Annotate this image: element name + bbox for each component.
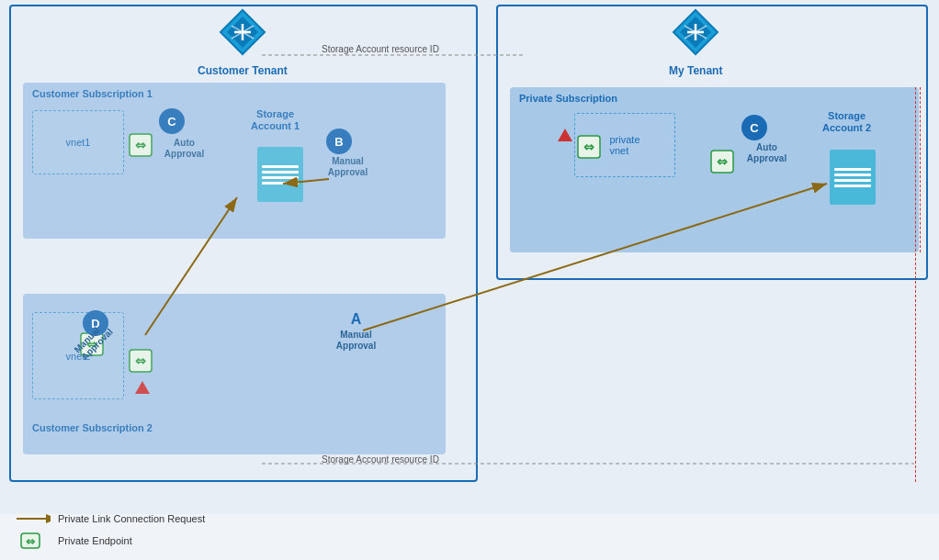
vnet2-box: vnet2 <box>32 312 124 399</box>
svg-text:⇔: ⇔ <box>26 535 35 548</box>
manual-approval-a-label: A ManualApproval <box>331 310 381 352</box>
customer-tenant-label: Customer Tenant <box>198 64 288 77</box>
private-pending-marker <box>558 129 572 145</box>
my-tenant-label: My Tenant <box>669 64 722 77</box>
legend-pe: ⇔ Private Endpoint <box>14 532 205 550</box>
vnet1-label: vnet1 <box>66 137 91 148</box>
legend-pe-label: Private Endpoint <box>58 535 132 546</box>
legend-link-label: Private Link Connection Request <box>58 513 205 524</box>
storage-account1-box <box>257 147 303 202</box>
resource-id-bottom-label: Storage Account resource ID <box>322 454 439 465</box>
svg-text:⇔: ⇔ <box>135 353 146 368</box>
my-tenant-diamond-icon <box>671 7 720 57</box>
storage-account1-title: StorageAccount 1 <box>251 108 300 132</box>
arrow-legend-icon <box>14 511 51 526</box>
private-vnet-label: privatevnet <box>609 134 639 156</box>
resource-id-top-label: Storage Account resource ID <box>322 44 439 54</box>
svg-text:⇔: ⇔ <box>583 140 594 154</box>
svg-text:⇔: ⇔ <box>135 138 146 152</box>
diagram-container: Customer Tenant My Tenant Customer Subsc… <box>0 0 939 514</box>
storage-account2-box <box>830 150 876 205</box>
circle-c1-badge: C <box>159 108 185 134</box>
pending-marker <box>135 381 150 398</box>
customer-sub2-label: Customer Subscription 2 <box>32 422 153 433</box>
customer-sub1-label: Customer Subscription 1 <box>32 88 153 99</box>
manual-approval-b-label: ManualApproval <box>322 156 373 178</box>
pe2b-icon: ⇔ <box>129 349 153 373</box>
my-tenant-icon: My Tenant <box>669 7 722 77</box>
private-sub-label: Private Subscription <box>519 93 617 104</box>
customer-tenant-icon: Customer Tenant <box>198 7 288 77</box>
auto-approval1-label: AutoApproval <box>159 138 209 160</box>
customer-sub1-box: Customer Subscription 1 vnet1 ⇔ C AutoAp… <box>23 83 446 239</box>
pe1-icon: ⇔ <box>129 133 153 157</box>
vnet1-box: vnet1 <box>32 110 124 174</box>
pe-legend-icon: ⇔ <box>14 532 51 550</box>
customer-tenant-diamond-icon <box>218 7 267 57</box>
auto-approval2-label: AutoApproval <box>741 142 792 164</box>
circle-b-badge: B <box>326 129 352 154</box>
storage-account2-title: StorageAccount 2 <box>822 110 871 134</box>
pe4-icon: ⇔ <box>710 150 734 174</box>
legend-link-request: Private Link Connection Request <box>14 511 205 526</box>
legend: Private Link Connection Request ⇔ Privat… <box>14 505 205 555</box>
dashed-border-right <box>914 87 916 482</box>
svg-marker-19 <box>558 129 572 141</box>
svg-marker-18 <box>135 381 150 394</box>
circle-c2-badge: C <box>741 115 767 140</box>
customer-sub2-box: Customer Subscription 2 vnet2 ⇔ ⇔ D <box>23 294 446 454</box>
pe3-icon: ⇔ <box>577 135 601 159</box>
svg-text:⇔: ⇔ <box>717 154 728 169</box>
private-sub-box: Private Subscription privatevnet ⇔ ⇔ <box>510 87 919 252</box>
